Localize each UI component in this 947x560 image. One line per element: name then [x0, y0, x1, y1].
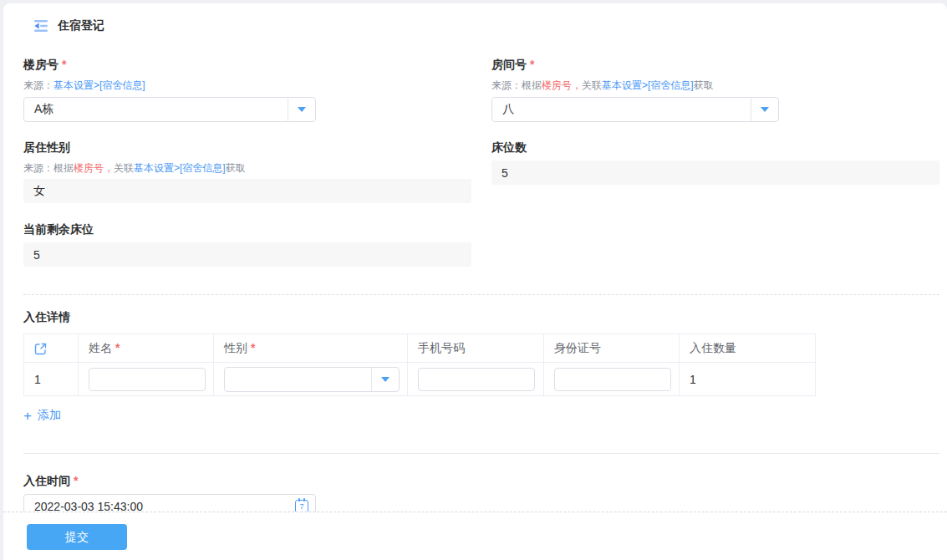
- gender-source-link[interactable]: 基本设置>[宿舍信息]: [134, 162, 226, 174]
- building-select-value: A栋: [24, 98, 288, 121]
- id-card-input[interactable]: [554, 368, 671, 391]
- column-header-name: 姓名*: [79, 334, 214, 363]
- field-room: 房间号* 来源：根据楼房号，关联基本设置>[宿舍信息]获取 八: [491, 57, 939, 122]
- submit-button[interactable]: 提交: [27, 524, 127, 550]
- calendar-icon[interactable]: 7: [295, 500, 308, 512]
- phone-input[interactable]: [418, 368, 535, 391]
- building-label: 楼房号*: [23, 57, 471, 73]
- building-select[interactable]: A栋: [23, 97, 316, 122]
- remaining-readonly-field: 5: [23, 242, 471, 267]
- field-building: 楼房号* 来源：基本设置>[宿舍信息] A栋: [23, 57, 471, 122]
- gender-source-note: 来源：根据楼房号，关联基本设置>[宿舍信息]获取: [23, 161, 471, 175]
- plus-icon: +: [23, 409, 32, 423]
- menu-fold-icon[interactable]: [33, 19, 48, 33]
- required-mark: *: [62, 58, 66, 71]
- room-select-caret-box[interactable]: [751, 98, 778, 121]
- page-header: 住宿登记: [23, 3, 939, 33]
- gender-readonly-field: 女: [23, 179, 471, 203]
- column-header-gender: 性别*: [214, 334, 408, 363]
- expand-table-cell[interactable]: [24, 334, 79, 363]
- row-gender-caret-box[interactable]: [371, 368, 399, 391]
- checkin-time-label: 入住时间*: [23, 473, 939, 489]
- accommodation-registration-card: 住宿登记 楼房号* 来源：基本设置>[宿舍信息] A栋 房间号*: [3, 3, 947, 560]
- required-mark: *: [251, 341, 255, 354]
- footer-bar: 提交: [3, 512, 947, 560]
- expand-icon: [34, 343, 47, 355]
- column-header-quantity: 入住数量: [680, 334, 816, 363]
- field-beds: 床位数 5: [491, 140, 939, 203]
- building-source-link[interactable]: 基本设置>[宿舍信息]: [53, 79, 145, 91]
- caret-down-icon: [761, 107, 769, 112]
- room-select-value: 八: [492, 98, 751, 121]
- row-gender-select[interactable]: [224, 367, 400, 392]
- section-divider: [23, 294, 939, 295]
- checkin-detail-table: 姓名* 性别* 手机号码 身份证号 入住数量 1 1: [23, 333, 816, 396]
- checkin-time-field: 7: [23, 494, 316, 512]
- beds-label: 床位数: [491, 140, 939, 155]
- table-header-row: 姓名* 性别* 手机号码 身份证号 入住数量: [24, 334, 816, 363]
- column-header-id-card: 身份证号: [544, 334, 680, 363]
- room-source-link[interactable]: 基本设置>[宿舍信息]: [602, 79, 694, 91]
- detail-section-title: 入住详情: [23, 309, 939, 325]
- field-gender: 居住性别 来源：根据楼房号，关联基本设置>[宿舍信息]获取 女: [23, 140, 471, 203]
- caret-down-icon: [381, 377, 389, 382]
- row-gender-select-value: [225, 368, 371, 391]
- table-row: 1 1: [24, 363, 816, 396]
- building-source-note: 来源：基本设置>[宿舍信息]: [23, 79, 471, 92]
- beds-readonly-field: 5: [491, 160, 939, 185]
- add-row-button[interactable]: + 添加: [23, 408, 82, 423]
- required-mark: *: [74, 474, 78, 487]
- quantity-value: 1: [680, 363, 816, 396]
- page-title: 住宿登记: [58, 18, 104, 33]
- remaining-label: 当前剩余床位: [23, 221, 471, 237]
- name-input[interactable]: [89, 368, 206, 391]
- row-index: 1: [24, 363, 79, 396]
- building-select-caret-box[interactable]: [288, 98, 315, 121]
- required-mark: *: [115, 341, 120, 354]
- gender-label: 居住性别: [23, 140, 471, 155]
- form-content: 住宿登记 楼房号* 来源：基本设置>[宿舍信息] A栋 房间号*: [3, 3, 947, 512]
- caret-down-icon: [298, 107, 306, 112]
- field-remaining: 当前剩余床位 5: [23, 221, 471, 267]
- section-divider: [23, 453, 939, 454]
- required-mark: *: [530, 58, 534, 71]
- column-header-phone: 手机号码: [408, 334, 544, 363]
- room-select[interactable]: 八: [491, 97, 779, 122]
- checkin-time-input[interactable]: [23, 494, 316, 512]
- room-source-note: 来源：根据楼房号，关联基本设置>[宿舍信息]获取: [491, 79, 939, 92]
- add-row-label: 添加: [38, 408, 61, 423]
- room-label: 房间号*: [491, 57, 939, 73]
